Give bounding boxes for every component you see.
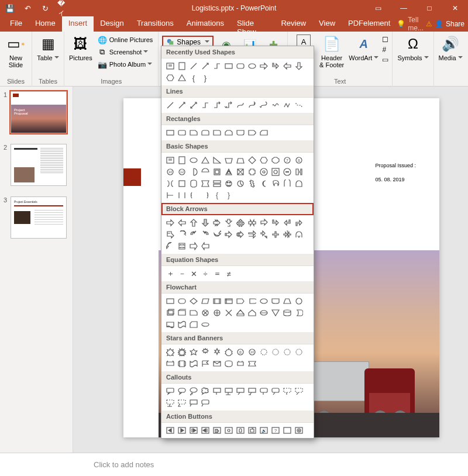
table-button[interactable]: ▦ Table	[36, 33, 60, 77]
thumb-3[interactable]: 3 Project Essentials	[4, 196, 69, 239]
shape-line[interactable]	[188, 61, 199, 71]
eq-plus[interactable]: ＋	[165, 268, 176, 279]
flow-grid-shape-19[interactable]	[247, 308, 257, 318]
basic-grid-shape-20[interactable]	[259, 167, 269, 177]
arrows-grid-shape-11[interactable]	[294, 218, 304, 228]
tab-pdfelement[interactable]: PDFelement	[342, 16, 397, 32]
arrows-grid-shape-16[interactable]	[212, 229, 222, 240]
start-from-beginning-icon[interactable]: �ィ	[57, 3, 68, 13]
photo-album-button[interactable]: 📷 Photo Album	[96, 59, 155, 70]
callouts-grid-shape-14[interactable]	[188, 398, 199, 408]
arrows-grid-shape-27[interactable]	[200, 241, 211, 251]
line-12[interactable]	[294, 100, 304, 111]
rect-6[interactable]	[223, 127, 234, 138]
stars-grid-shape-18[interactable]	[235, 358, 246, 369]
tab-design[interactable]: Design	[94, 16, 130, 32]
basic-grid-shape-14[interactable]	[188, 167, 199, 177]
arrows-grid-shape-21[interactable]	[270, 229, 281, 240]
online-pictures-button[interactable]: 🌐 Online Pictures	[96, 35, 155, 45]
arrows-grid-shape-20[interactable]	[259, 229, 269, 240]
new-slide-button[interactable]: ▭✶ New Slide	[4, 33, 28, 77]
flow-grid-shape-1[interactable]	[177, 296, 187, 306]
basic-grid-shape-33[interactable]	[270, 178, 281, 189]
flow-grid-shape-7[interactable]	[247, 296, 257, 306]
ribbon-display-icon[interactable]: ▭	[365, 0, 391, 16]
maximize-icon[interactable]: □	[417, 0, 442, 16]
basic-grid-shape-40[interactable]: {	[212, 190, 222, 201]
flow-grid-shape-5[interactable]	[223, 296, 234, 306]
stars-grid-shape-14[interactable]	[188, 358, 199, 369]
stars-grid-shape-1[interactable]	[177, 347, 187, 357]
basic-grid-shape-5[interactable]	[223, 155, 234, 165]
rect-4[interactable]	[200, 127, 211, 138]
flow-grid-shape-8[interactable]	[259, 296, 269, 306]
flow-grid-shape-4[interactable]	[212, 296, 222, 306]
stars-grid-shape-6[interactable]: 8	[235, 347, 246, 357]
flow-grid-shape-3[interactable]	[200, 296, 211, 306]
basic-grid-shape-9[interactable]	[270, 155, 281, 165]
basic-grid-shape-30[interactable]	[235, 178, 246, 189]
action-grid-shape-7[interactable]	[247, 425, 257, 436]
arrows-grid-shape-3[interactable]	[200, 218, 211, 228]
arrows-grid-shape-15[interactable]	[200, 229, 211, 240]
callouts-grid-shape-1[interactable]	[177, 386, 187, 396]
rect-5[interactable]	[212, 127, 222, 138]
flow-grid-shape-13[interactable]	[177, 308, 187, 318]
action-grid-shape-2[interactable]	[188, 425, 199, 436]
stars-grid-shape-11[interactable]	[294, 347, 304, 357]
shape-lbrace[interactable]: {	[188, 73, 199, 83]
basic-grid-shape-10[interactable]: 7	[282, 155, 292, 165]
stars-grid-shape-9[interactable]	[270, 347, 281, 357]
callouts-grid-shape-5[interactable]	[223, 386, 234, 396]
stars-grid-shape-17[interactable]	[223, 358, 234, 369]
basic-grid-shape-24[interactable]	[165, 178, 176, 189]
callouts-grid-shape-0[interactable]	[165, 386, 176, 396]
basic-grid-shape-38[interactable]	[188, 190, 199, 201]
callouts-grid-shape-12[interactable]	[165, 398, 176, 408]
eq-neq[interactable]: ≠	[223, 268, 234, 279]
tab-slideshow[interactable]: Slide Show	[230, 16, 274, 32]
arrows-grid-shape-19[interactable]	[247, 229, 257, 240]
header-footer-button[interactable]: 📄 Header & Footer	[318, 33, 345, 77]
shape-arrow-r[interactable]	[259, 61, 269, 71]
flow-grid-shape-21[interactable]	[270, 308, 281, 318]
basic-grid-shape-12[interactable]: 10	[165, 167, 176, 177]
stars-grid-shape-7[interactable]: 10	[247, 347, 257, 357]
action-grid-shape-10[interactable]	[282, 425, 292, 436]
tab-review[interactable]: Review	[274, 16, 312, 32]
save-icon[interactable]: 💾	[5, 3, 15, 13]
callouts-grid-shape-2[interactable]	[188, 386, 199, 396]
shape-triangle[interactable]	[177, 73, 187, 83]
arrows-grid-shape-24[interactable]	[165, 241, 176, 251]
stars-grid-shape-5[interactable]	[223, 347, 234, 357]
basic-grid-shape-23[interactable]	[294, 167, 304, 177]
flow-grid-shape-10[interactable]	[282, 296, 292, 306]
callouts-grid-shape-3[interactable]	[200, 386, 211, 396]
basic-grid-shape-8[interactable]	[259, 155, 269, 165]
tab-animations[interactable]: Animations	[180, 16, 230, 32]
arrows-grid-shape-5[interactable]	[223, 218, 234, 228]
flow-grid-shape-17[interactable]	[223, 308, 234, 318]
stars-grid-shape-4[interactable]	[212, 347, 222, 357]
stars-grid-shape-16[interactable]	[212, 358, 222, 369]
basic-grid-shape-31[interactable]	[247, 178, 257, 189]
stars-grid-shape-8[interactable]	[259, 347, 269, 357]
eq-equal[interactable]: ＝	[212, 268, 222, 279]
callouts-grid-shape-11[interactable]	[294, 386, 304, 396]
basic-grid-shape-36[interactable]	[165, 190, 176, 201]
action-grid-shape-9[interactable]: ?	[270, 425, 281, 436]
flow-grid-shape-16[interactable]	[212, 308, 222, 318]
tab-transitions[interactable]: Transitions	[130, 16, 180, 32]
arrows-grid-shape-4[interactable]	[212, 218, 222, 228]
arrows-grid-shape-26[interactable]	[188, 241, 199, 251]
callouts-grid-shape-9[interactable]	[270, 386, 281, 396]
shape-arrow-turn[interactable]	[270, 61, 281, 71]
redo-icon[interactable]: ↻	[40, 3, 50, 13]
eq-mult[interactable]: ✕	[188, 268, 199, 279]
basic-grid-shape-35[interactable]	[294, 178, 304, 189]
arrows-grid-shape-10[interactable]	[282, 218, 292, 228]
basic-grid-shape-7[interactable]	[247, 155, 257, 165]
arrows-grid-shape-6[interactable]	[235, 218, 246, 228]
basic-grid-shape-21[interactable]	[270, 167, 281, 177]
flow-grid-shape-11[interactable]	[294, 296, 304, 306]
